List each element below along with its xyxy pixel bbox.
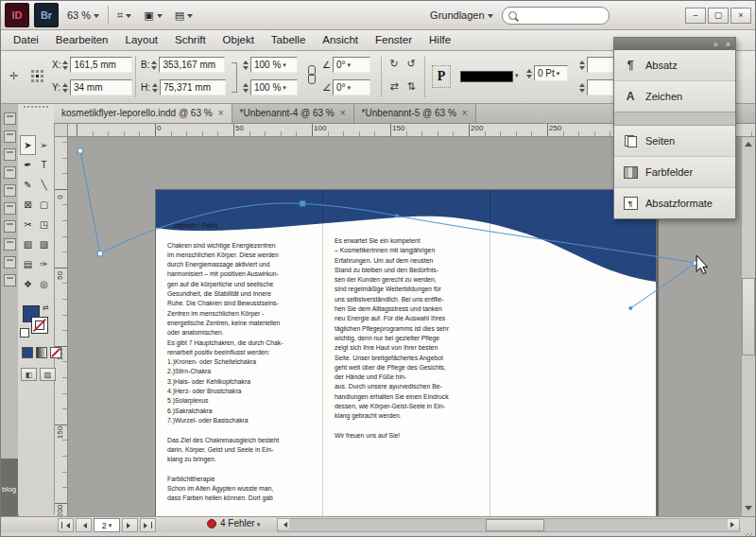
tab-kosmetikflyer[interactable]: kosmetikflyer-leporello.indd @ 63 % × xyxy=(54,103,232,123)
tab-close-icon[interactable]: × xyxy=(462,109,468,118)
line-tool[interactable]: ╲ xyxy=(36,175,52,195)
vertical-scrollbar[interactable] xyxy=(741,136,755,516)
default-fill-stroke-icon[interactable] xyxy=(20,328,29,338)
constrain-dimensions-bracket[interactable] xyxy=(232,62,237,93)
dock-panel-icon[interactable] xyxy=(4,256,16,268)
hand-tool[interactable]: ❖ xyxy=(20,274,36,294)
panel-item-farbfelder[interactable]: Farbfelder xyxy=(614,156,735,187)
y-stepper[interactable] xyxy=(62,80,68,95)
arrange-documents-button[interactable]: ▤ xyxy=(171,8,197,24)
height-field[interactable]: H: 75,371 mm xyxy=(141,79,226,95)
menu-item-hilfe[interactable]: Hilfe xyxy=(421,31,459,48)
apply-color-button[interactable] xyxy=(22,347,33,358)
path-anchor-point-selected[interactable] xyxy=(301,201,305,206)
workspace-switcher[interactable]: Grundlagen xyxy=(426,8,497,23)
dock-panel-icon[interactable] xyxy=(4,220,16,233)
constrain-scale-link-icon[interactable] xyxy=(307,65,316,84)
frame-tool[interactable]: ⊠ xyxy=(20,195,36,215)
menu-item-layout[interactable]: Layout xyxy=(116,31,166,48)
selection-tool[interactable]: ➤ xyxy=(20,135,36,155)
preflight-status[interactable]: 4 Fehler xyxy=(207,518,260,528)
apply-none-button[interactable] xyxy=(50,347,61,358)
panel-item-seiten[interactable]: Seiten xyxy=(614,126,735,156)
width-stepper[interactable] xyxy=(151,58,157,73)
height-stepper[interactable] xyxy=(152,80,158,95)
panel-close-icon[interactable]: × xyxy=(726,40,730,49)
reference-point-proxy[interactable] xyxy=(31,70,43,82)
search-input[interactable] xyxy=(521,9,591,22)
free-transform-tool[interactable]: ◳ xyxy=(36,215,52,234)
ruler-origin-corner[interactable] xyxy=(54,123,68,137)
width-field[interactable]: B: 353,167 mm xyxy=(141,57,225,73)
pen-tool[interactable]: ✒ xyxy=(20,155,36,175)
normal-view-button[interactable]: ◧ xyxy=(21,368,37,381)
direct-selection-tool[interactable]: ➢ xyxy=(36,135,52,155)
zoom-tool[interactable]: ◎ xyxy=(36,274,52,294)
scale-y-field[interactable]: 100 % xyxy=(243,79,298,95)
zoom-level-dropdown[interactable]: 63 % xyxy=(63,8,103,23)
tab-unbenannt-5[interactable]: *Unbenannt-5 @ 63 % × xyxy=(354,103,476,123)
scroll-down-button[interactable] xyxy=(742,504,754,516)
panel-item-zeichen[interactable]: A Zeichen xyxy=(614,80,735,112)
shear-angle-field[interactable]: ∠ 0° xyxy=(322,79,370,95)
dock-panel-icon[interactable] xyxy=(4,238,16,251)
rotate-ccw-button[interactable]: ↺ xyxy=(404,57,419,71)
extra-field-bottom[interactable] xyxy=(579,79,617,95)
vertical-ruler[interactable]: 0 50 100 150 200 xyxy=(54,136,68,516)
scroll-left-button[interactable] xyxy=(278,519,289,529)
preview-view-button[interactable]: ▨ xyxy=(40,368,56,381)
stroke-color-swatch[interactable] xyxy=(460,71,513,82)
tab-close-icon[interactable]: × xyxy=(218,109,224,118)
dock-panel-icon[interactable] xyxy=(4,130,16,143)
scale-x-field[interactable]: 100 % xyxy=(243,57,298,73)
path-anchor-point[interactable] xyxy=(77,148,82,153)
last-page-button[interactable] xyxy=(140,518,156,532)
scroll-right-button[interactable] xyxy=(728,519,739,529)
screen-mode-button[interactable]: ▣ xyxy=(140,8,165,24)
bridge-icon[interactable]: Br xyxy=(34,3,59,27)
scissors-tool[interactable]: ✂ xyxy=(20,215,36,234)
stroke-weight-field[interactable]: 0 Pt xyxy=(526,65,568,81)
dock-panel-icon[interactable] xyxy=(4,274,16,286)
type-tool[interactable]: T xyxy=(36,155,52,175)
tab-unbenannt-4[interactable]: *Unbenannt-4 @ 63 % × xyxy=(232,103,354,123)
minimize-button[interactable]: – xyxy=(685,8,706,24)
dock-panel-icon[interactable] xyxy=(4,184,16,197)
y-position-field[interactable]: Y: 34 mm xyxy=(52,79,132,95)
collapse-panels-icon[interactable]: » xyxy=(713,40,718,49)
x-stepper[interactable] xyxy=(62,58,68,73)
gradient-feather-tool[interactable]: ▨ xyxy=(36,234,52,254)
horizontal-scroll-thumb[interactable] xyxy=(486,519,544,531)
apply-gradient-button[interactable] xyxy=(36,347,47,358)
flip-vertical-button[interactable]: ⇅ xyxy=(404,79,419,94)
vertical-scroll-thumb[interactable] xyxy=(742,278,755,355)
pencil-tool[interactable]: ✎ xyxy=(20,175,36,195)
flip-horizontal-button[interactable]: ⇄ xyxy=(387,79,402,94)
scroll-up-button[interactable] xyxy=(742,136,754,148)
panel-item-absatz[interactable]: ¶ Absatz xyxy=(614,50,735,80)
first-page-button[interactable] xyxy=(58,518,74,532)
rotate-cw-button[interactable]: ↻ xyxy=(387,57,402,71)
menu-item-datei[interactable]: Datei xyxy=(5,31,47,48)
menu-item-schrift[interactable]: Schrift xyxy=(166,31,215,48)
dock-panel-icon[interactable] xyxy=(4,113,16,125)
menu-item-objekt[interactable]: Objekt xyxy=(215,31,263,48)
select-container-button[interactable]: P xyxy=(432,65,451,88)
search-box[interactable] xyxy=(502,7,610,25)
view-options-button[interactable]: ⌗ xyxy=(113,8,135,24)
menu-item-bearbeiten[interactable]: Bearbeiten xyxy=(47,31,117,48)
toolbox-grip[interactable] xyxy=(24,106,48,113)
horizontal-scrollbar[interactable] xyxy=(277,518,740,532)
tab-close-icon[interactable]: × xyxy=(340,109,346,118)
panel-item-absatzformate[interactable]: ¶ Absatzformate xyxy=(614,187,735,218)
dock-panel-icon[interactable] xyxy=(4,166,16,179)
stroke-color-swatch-toolbox[interactable] xyxy=(31,317,48,334)
menu-item-fenster[interactable]: Fenster xyxy=(367,31,421,48)
x-position-field[interactable]: X: 161,5 mm xyxy=(52,57,132,73)
path-control-handle[interactable] xyxy=(395,214,399,217)
path-anchor-point[interactable] xyxy=(97,251,102,256)
note-tool[interactable]: ▤ xyxy=(20,254,36,274)
rectangle-tool[interactable]: ▢ xyxy=(36,195,52,215)
swap-fill-stroke-icon[interactable]: ⇄ xyxy=(43,303,49,312)
next-page-button[interactable] xyxy=(122,518,138,532)
